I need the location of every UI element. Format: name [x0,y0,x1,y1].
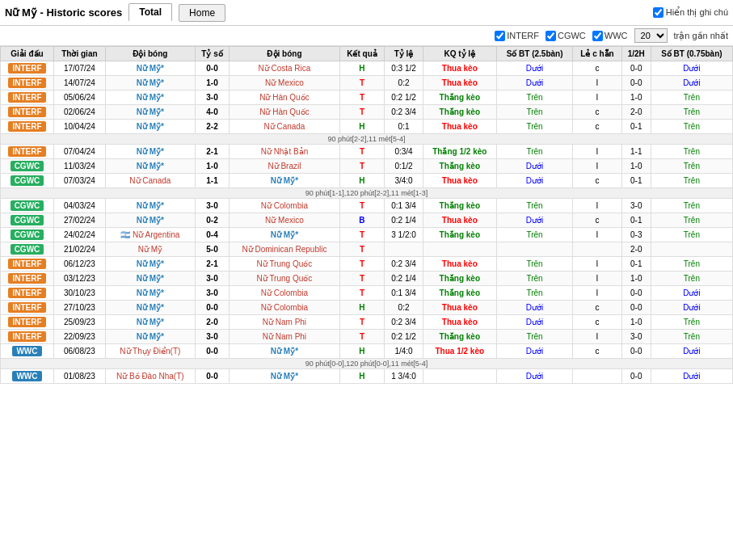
cell-lechan: I [573,228,621,242]
cell-date: 27/10/23 [53,301,105,315]
table-row: CGWC 07/03/24 Nữ Canada 1-1 Nữ Mỹ* H 3/4… [1,174,733,188]
cell-team2: Nữ Hàn Quốc [230,105,339,120]
filter-cgwc-checkbox[interactable] [546,31,556,41]
cell-bt25: Dưới [496,174,572,188]
cell-team1: Nữ Canada [105,174,195,188]
cell-score: 2-0 [195,315,229,330]
cell-odds: 3/4:0 [385,174,423,188]
table-row: INTERF 06/12/23 Nữ Mỹ* 2-1 Nữ Trung Quốc… [1,257,733,272]
cell-bt25: Dưới [496,344,572,359]
cell-score: 3-0 [195,199,229,213]
cell-kq: Thắng kèo [423,286,496,301]
table-row: INTERF 14/07/24 Nữ Mỹ* 1-0 Nữ Mexico T 0… [1,76,733,91]
cell-bt075: Trên [651,315,732,330]
cell-bt25: Dưới [496,61,572,76]
cell-score: 0-0 [195,301,229,315]
cell-team2: Nữ Hàn Quốc [230,91,339,105]
table-row: WWC 01/08/23 Nữ Bồ Đào Nha(T) 0-0 Nữ Mỹ*… [1,369,733,384]
cell-odds: 3 1/2:0 [385,228,423,242]
cell-team1: Nữ Mỹ* [105,61,195,76]
table-row: CGWC 21/02/24 Nữ Mỹ 5-0 Nữ Dominican Rep… [1,242,733,257]
cell-kq: Thua 1/2 kèo [423,344,496,359]
table-row: INTERF 30/10/23 Nữ Mỹ* 3-0 Nữ Colombia T… [1,286,733,301]
cell-team1: Nữ Mỹ* [105,120,195,134]
cell-bt075: Dưới [651,76,732,91]
cell-date: 07/03/24 [53,174,105,188]
cell-odds: 0:1/2 [385,159,423,174]
show-notes-label[interactable]: Hiển thị ghi chú [653,7,728,18]
cell-result: T [339,76,385,91]
cell-date: 21/02/24 [53,242,105,257]
cell-result: T [339,272,385,286]
cell-score: 1-1 [195,174,229,188]
cell-odds: 0:2 3/4 [385,315,423,330]
cell-odds: 1/4:0 [385,344,423,359]
cell-score: 1-0 [195,159,229,174]
separator-row: 90 phút[2-2],11 mét[5-4] [1,134,733,145]
cell-score: 0-4 [195,228,229,242]
cell-lechan: c [573,315,621,330]
cell-bt075: Trên [651,174,732,188]
cell-half: 0-3 [621,228,651,242]
cell-kq: Thua kèo [423,120,496,134]
cell-result: H [339,369,385,384]
table-row: CGWC 24/02/24 🇦🇷 Nữ Argentina 0-4 Nữ Mỹ*… [1,228,733,242]
cell-bt25: Dưới [496,369,572,384]
filter-cgwc[interactable]: CGWC [546,31,586,41]
header-bar: Nữ Mỹ - Historic scores Total Home Hiển … [0,0,733,26]
filter-interf[interactable]: INTERF [495,31,539,41]
cell-odds: 0:2 1/4 [385,272,423,286]
cell-bt25: Dưới [496,315,572,330]
cell-lechan: I [573,272,621,286]
cell-team1: Nữ Mỹ [105,242,195,257]
cell-team2: Nữ Trung Quốc [230,257,339,272]
cell-league: INTERF [1,120,54,134]
cell-lechan: c [573,105,621,120]
cell-half: 1-0 [621,315,651,330]
cell-result: T [339,199,385,213]
tab-home[interactable]: Home [179,4,225,22]
cell-team2: Nữ Mexico [230,213,339,228]
cell-date: 02/06/24 [53,105,105,120]
cell-team1: 🇦🇷 Nữ Argentina [105,228,195,242]
cell-half: 0-1 [621,257,651,272]
cell-lechan: I [573,330,621,344]
cell-score: 0-0 [195,61,229,76]
filter-interf-checkbox[interactable] [495,31,505,41]
cell-league: INTERF [1,76,54,91]
cell-result: T [339,159,385,174]
cell-score: 3-0 [195,330,229,344]
cell-team1: Nữ Mỹ* [105,199,195,213]
cell-date: 14/07/24 [53,76,105,91]
tab-total[interactable]: Total [128,3,172,22]
filter-wwc-checkbox[interactable] [592,31,603,41]
cell-score: 2-1 [195,145,229,159]
cell-lechan: I [573,286,621,301]
cell-bt075 [651,242,732,257]
cell-team2: Nữ Mexico [230,76,339,91]
cell-bt25: Dưới [496,76,572,91]
cell-odds: 0:1 [385,120,423,134]
show-notes-checkbox[interactable] [653,7,663,18]
cell-score: 5-0 [195,242,229,257]
cell-lechan: I [573,257,621,272]
cell-kq [423,369,496,384]
cell-result: T [339,315,385,330]
cell-league: INTERF [1,286,54,301]
cell-team1: Nữ Bồ Đào Nha(T) [105,369,195,384]
cell-lechan: I [573,76,621,91]
cell-bt075: Trên [651,159,732,174]
cell-lechan: c [573,344,621,359]
cell-league: WWC [1,369,54,384]
cell-team2: Nữ Mỹ* [230,344,339,359]
cell-result: T [339,145,385,159]
cell-odds: 0:1 3/4 [385,199,423,213]
cell-team2: Nữ Costa Rica [230,61,339,76]
recent-count-select[interactable]: 201030 [634,28,668,43]
cell-date: 30/10/23 [53,286,105,301]
cell-date: 11/03/24 [53,159,105,174]
cell-league: CGWC [1,213,54,228]
cell-bt075: Trên [651,272,732,286]
filter-wwc[interactable]: WWC [592,31,628,41]
cell-result: H [339,174,385,188]
